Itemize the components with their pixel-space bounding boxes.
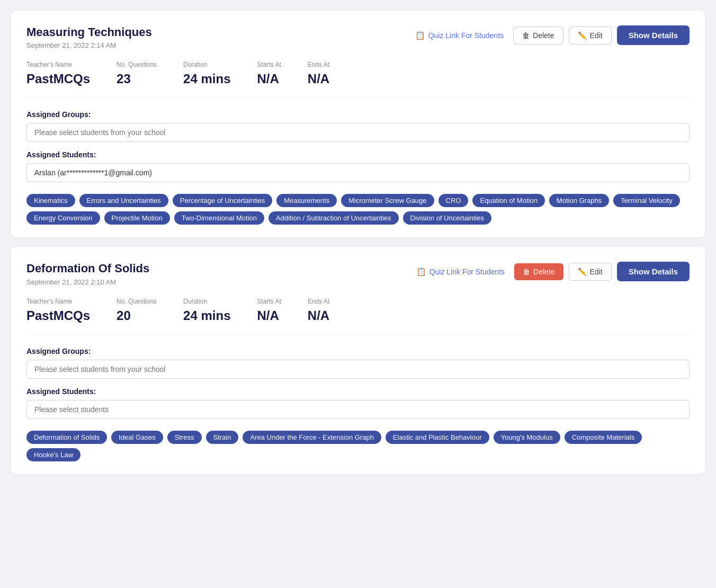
stat-value: 24 mins (183, 308, 230, 323)
stat-label: Ends At (308, 61, 329, 68)
stat-value: 20 (117, 308, 157, 323)
stat-value: N/A (308, 72, 329, 86)
tag: Errors and Uncertainties (79, 194, 168, 207)
quiz-link-button[interactable]: 📋Quiz Link For Students (412, 264, 509, 280)
tag: Elastic and Plastic Behaviour (386, 431, 489, 444)
assigned-students-input[interactable] (26, 400, 690, 419)
tag: Terminal Velocity (613, 194, 680, 207)
stat-value: N/A (257, 308, 281, 323)
delete-button[interactable]: 🗑Delete (514, 263, 563, 280)
stats-row: Teacher's NamePastMCQsNo. Questions20Dur… (26, 298, 690, 334)
assigned-students-input[interactable] (26, 163, 690, 182)
assigned-students-label: Assigned Students: (26, 150, 690, 159)
clipboard-icon: 📋 (416, 267, 426, 277)
tag: Measurements (276, 194, 337, 207)
assigned-groups-input[interactable] (26, 360, 690, 379)
card-title-group: Measuring TechniquesSeptember 21, 2022 2… (26, 25, 152, 49)
stat-item-2: Duration24 mins (183, 61, 230, 86)
card-subtitle: September 21, 2022 2:14 AM (26, 41, 152, 49)
assigned-groups-input[interactable] (26, 123, 690, 142)
stats-row: Teacher's NamePastMCQsNo. Questions23Dur… (26, 61, 690, 97)
stat-value: PastMCQs (26, 308, 90, 323)
stat-label: Duration (183, 61, 230, 68)
stat-item-3: Starts AtN/A (257, 61, 281, 86)
stat-item-4: Ends AtN/A (308, 61, 329, 86)
tag: Strain (206, 431, 239, 444)
show-details-button[interactable]: Show Details (617, 25, 690, 45)
stat-item-3: Starts AtN/A (257, 298, 281, 323)
tag: Young's Modulus (494, 431, 560, 444)
tag: CRO (438, 194, 469, 207)
tags-row: KinematicsErrors and UncertaintiesPercen… (26, 194, 690, 225)
stat-value: N/A (257, 72, 281, 86)
edit-label: Edit (590, 268, 603, 276)
card-title: Measuring Techniques (26, 25, 152, 39)
stat-item-2: Duration24 mins (183, 298, 230, 323)
stat-item-0: Teacher's NamePastMCQs (26, 298, 90, 323)
tag: Micrometer Screw Gauge (341, 194, 434, 207)
card-title: Deformation Of Solids (26, 262, 149, 275)
stat-value: PastMCQs (26, 72, 90, 86)
tag: Composite Materials (565, 431, 642, 444)
header-actions: 📋Quiz Link For Students🗑Delete✏️EditShow… (412, 262, 690, 281)
stat-item-4: Ends AtN/A (308, 298, 329, 323)
stat-label: Duration (183, 298, 230, 305)
tag: Ideal Gases (111, 431, 163, 444)
delete-label: Delete (533, 31, 554, 40)
tag: Equation of Motion (472, 194, 544, 207)
stat-item-0: Teacher's NamePastMCQs (26, 61, 90, 86)
tag: Hooke's Law (26, 448, 80, 461)
stat-value: N/A (308, 308, 329, 323)
tag: Stress (167, 431, 202, 444)
tag: Area Under the Force - Extension Graph (243, 431, 381, 444)
stat-value: 23 (117, 72, 157, 86)
delete-button[interactable]: 🗑Delete (513, 26, 563, 44)
stat-item-1: No. Questions23 (117, 61, 157, 86)
card-header: Measuring TechniquesSeptember 21, 2022 2… (26, 25, 690, 49)
tag: Projectile Motion (104, 211, 170, 225)
assigned-groups-label: Assigned Groups: (26, 347, 690, 355)
edit-icon: ✏️ (578, 268, 587, 276)
card-title-group: Deformation Of SolidsSeptember 21, 2022 … (26, 262, 149, 286)
header-actions: 📋Quiz Link For Students🗑Delete✏️EditShow… (411, 25, 690, 45)
show-details-button[interactable]: Show Details (617, 262, 690, 281)
stat-label: Teacher's Name (26, 61, 90, 68)
stat-label: No. Questions (117, 61, 157, 68)
stat-label: Starts At (257, 298, 281, 305)
tag: Percentage of Uncertainties (173, 194, 272, 207)
quiz-card-measuring-techniques: Measuring TechniquesSeptember 21, 2022 2… (11, 11, 705, 237)
assigned-groups-label: Assigned Groups: (26, 110, 690, 119)
card-header: Deformation Of SolidsSeptember 21, 2022 … (26, 262, 690, 286)
stat-item-1: No. Questions20 (117, 298, 157, 323)
edit-button[interactable]: ✏️Edit (569, 263, 612, 281)
quiz-link-label: Quiz Link For Students (428, 31, 504, 40)
tag: Energy Conversion (26, 211, 100, 225)
edit-button[interactable]: ✏️Edit (569, 26, 612, 44)
stat-label: Starts At (257, 61, 281, 68)
tag: Motion Graphs (549, 194, 609, 207)
clipboard-icon: 📋 (415, 31, 425, 40)
trash-icon: 🗑 (522, 31, 530, 40)
tag: Addition / Subtraction of Uncertainties (268, 211, 399, 225)
quiz-link-label: Quiz Link For Students (429, 268, 505, 276)
stat-value: 24 mins (183, 72, 230, 86)
tag: Deformation of Solids (26, 431, 107, 444)
delete-label: Delete (533, 268, 554, 276)
stat-label: No. Questions (117, 298, 157, 305)
edit-label: Edit (590, 31, 603, 40)
tag: Kinematics (26, 194, 75, 207)
tags-row: Deformation of SolidsIdeal GasesStressSt… (26, 431, 690, 461)
tag: Division of Uncertainties (403, 211, 491, 225)
quiz-card-deformation-of-solids: Deformation Of SolidsSeptember 21, 2022 … (11, 247, 705, 474)
card-subtitle: September 21, 2022 2:10 AM (26, 278, 149, 286)
trash-icon: 🗑 (523, 268, 530, 276)
assigned-students-label: Assigned Students: (26, 387, 690, 396)
edit-icon: ✏️ (578, 31, 587, 40)
tag: Two-Dimensional Motion (174, 211, 264, 225)
stat-label: Ends At (308, 298, 329, 305)
stat-label: Teacher's Name (26, 298, 90, 305)
quiz-link-button[interactable]: 📋Quiz Link For Students (411, 28, 508, 43)
